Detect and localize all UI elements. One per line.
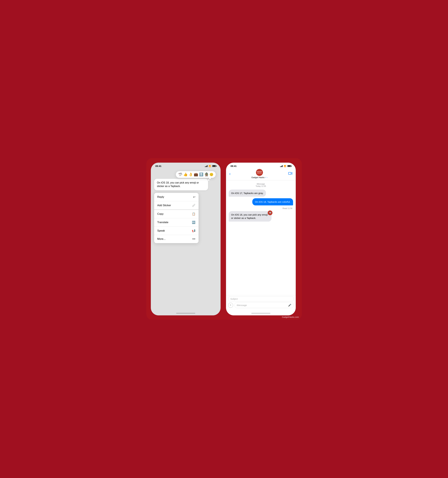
bar4 — [207, 165, 208, 167]
copy-icon: 📋 — [192, 212, 195, 216]
bubble-received-1-text: On iOS 17, Tapbacks are gray. — [231, 192, 263, 195]
menu-item-copy[interactable]: Copy 📋 — [154, 210, 198, 218]
sent-message-1: On iOS 18, Tapbacks are colorful. — [229, 198, 293, 205]
left-status-icons: 📶 — [205, 165, 216, 167]
nav-center: GADGETHACKS Gadget Hacks ✓ › — [251, 169, 267, 179]
battery-fill — [212, 165, 216, 167]
tapback-emoji-bar[interactable]: 🦈 👍 👌 💼 ⬆️ 🧌 🙂 — [176, 171, 216, 178]
menu-copy-label: Copy — [157, 212, 164, 215]
input-area: Subject + iMessage 🎤 — [226, 295, 296, 310]
battery-icon — [212, 165, 216, 167]
read-status: Read 11:56 — [229, 207, 293, 209]
bar2 — [206, 166, 206, 167]
home-indicator-left — [176, 313, 195, 314]
wifi-icon: 📶 — [209, 165, 211, 167]
video-button[interactable] — [288, 172, 292, 176]
right-phone: 09:41 📶 ‹ GADGETHACKS — [226, 163, 296, 315]
more-icon: ••• — [192, 237, 195, 241]
message-input[interactable]: iMessage 🎤 — [234, 302, 294, 308]
plus-icon: + — [230, 303, 231, 307]
nav-bar: ‹ GADGETHACKS Gadget Hacks ✓ › — [226, 168, 296, 180]
reply-icon: ↩ — [193, 195, 195, 199]
left-time: 09:41 — [155, 165, 161, 167]
bubble-sent-1: On iOS 18, Tapbacks are colorful. — [252, 198, 293, 205]
menu-item-speak[interactable]: Speak 📢 — [154, 227, 198, 235]
menu-item-add-sticker[interactable]: Add Sticker 🩹 — [154, 201, 198, 210]
r-bar4 — [282, 165, 283, 167]
tapback-emoji-5[interactable]: 🧌 — [204, 172, 209, 176]
speak-icon: 📢 — [192, 229, 195, 233]
right-signal-bars-icon — [280, 165, 283, 167]
translate-icon: 🔤 — [192, 221, 195, 224]
context-menu: Reply ↩ Add Sticker 🩹 Copy 📋 Translate 🔤… — [154, 193, 198, 243]
received-message-2: On iOS 18, you can pick any emoji or sti… — [229, 211, 293, 221]
mic-icon: 🎤 — [288, 304, 291, 307]
watermark: GadgetHacks.com — [282, 316, 299, 318]
subject-field[interactable]: Subject — [228, 296, 294, 301]
bar3 — [206, 166, 207, 167]
message-input-row: + iMessage 🎤 — [228, 302, 294, 308]
right-wifi-icon: 📶 — [284, 165, 286, 167]
bubble-received-2-text: On iOS 18, you can pick any emoji or sti… — [231, 213, 268, 219]
left-content: 🦈 👍 👌 💼 ⬆️ 🧌 🙂 On iOS 18, you can pick a… — [151, 168, 220, 310]
received-message-1: On iOS 17, Tapbacks are gray. — [229, 189, 293, 197]
right-battery-fill — [288, 165, 291, 167]
bubble-received-1: On iOS 17, Tapbacks are gray. — [229, 189, 266, 197]
menu-item-reply[interactable]: Reply ↩ — [154, 193, 198, 201]
bubble-sent-1-text: On iOS 18, Tapbacks are colorful. — [255, 201, 290, 203]
chat-time-label: iMessageToday 11:55 — [229, 183, 293, 187]
r-bar2 — [281, 166, 281, 167]
menu-reply-label: Reply — [157, 195, 164, 199]
right-battery-icon — [287, 165, 291, 167]
sticker-icon: 🩹 — [192, 204, 195, 207]
r-bar1 — [280, 166, 281, 167]
right-status-bar: 09:41 📶 — [226, 163, 296, 168]
tapback-emoji-1[interactable]: 👍 — [183, 172, 188, 176]
bar1 — [205, 166, 205, 167]
tapback-emoji-0[interactable]: 🦈 — [178, 172, 182, 176]
tapback-tail — [209, 177, 211, 179]
avatar-text: GADGETHACKS — [257, 171, 262, 174]
contact-name-text: Gadget Hacks — [251, 176, 264, 179]
plus-button[interactable]: + — [228, 303, 233, 308]
tapback-smiley-icon[interactable]: 🙂 — [210, 173, 213, 176]
right-status-icons: 📶 — [280, 165, 291, 167]
avatar: GADGETHACKS — [256, 169, 263, 176]
home-indicator-right — [251, 313, 270, 314]
contact-name[interactable]: Gadget Hacks ✓ › — [251, 176, 267, 179]
right-time: 09:41 — [230, 165, 237, 167]
tapback-tail2 — [208, 179, 209, 181]
chat-area: iMessageToday 11:55 On iOS 17, Tapbacks … — [226, 180, 296, 295]
svg-rect-0 — [288, 172, 291, 175]
message-bubble-left: On iOS 18, you can pick any emoji or sti… — [154, 179, 208, 190]
menu-item-translate[interactable]: Translate 🔤 — [154, 218, 198, 227]
menu-more-label: More... — [157, 237, 166, 241]
bubble-received-2: On iOS 18, you can pick any emoji or sti… — [229, 211, 271, 221]
tapback-emoji-4[interactable]: ⬆️ — [199, 172, 203, 176]
tapback-reaction-avatar: 🦈 — [268, 210, 272, 215]
menu-translate-label: Translate — [157, 221, 168, 224]
menu-speak-label: Speak — [157, 229, 165, 232]
tapback-reaction-emoji: 🦈 — [269, 212, 271, 214]
left-phone: 09:41 📶 🦈 👍 👌 💼 — [151, 163, 221, 315]
message-placeholder: iMessage — [237, 304, 247, 307]
tapback-emoji-3[interactable]: 💼 — [194, 172, 198, 176]
verified-icon: ✓ › — [265, 176, 268, 178]
bubble-with-tapback: On iOS 18, you can pick any emoji or sti… — [229, 211, 271, 221]
r-bar3 — [282, 166, 282, 167]
menu-item-more[interactable]: More... ••• — [154, 235, 198, 243]
signal-bars-icon — [205, 165, 208, 167]
back-button[interactable]: ‹ — [229, 171, 231, 176]
menu-sticker-label: Add Sticker — [157, 204, 171, 207]
tapback-emoji-2[interactable]: 👌 — [189, 172, 193, 176]
left-status-bar: 09:41 📶 — [151, 163, 220, 168]
message-text-left: On iOS 18, you can pick any emoji or sti… — [157, 181, 199, 188]
subject-placeholder: Subject — [230, 298, 238, 300]
